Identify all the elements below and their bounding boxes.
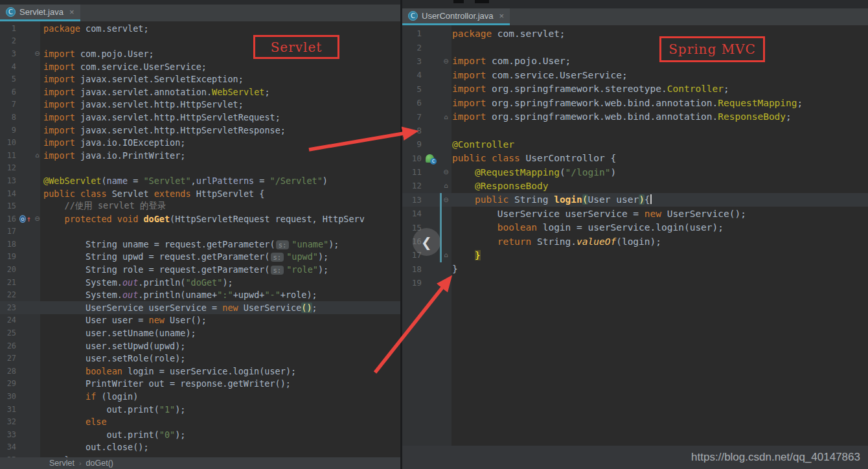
line-number: 31: [0, 405, 19, 414]
token: new: [222, 303, 238, 313]
code-text: System.out.println(uname+":"+upwd+"-"+ro…: [41, 290, 400, 300]
change-marker-bar: [440, 207, 442, 220]
code-line: 26 user.setUpwd(upwd);: [0, 339, 400, 352]
override-method-icon[interactable]: o: [19, 215, 26, 223]
token: login = userService.login(user);: [122, 366, 296, 376]
tab-usercontrollor-java[interactable]: C UserControllor.java ×: [402, 8, 510, 25]
gutter-icons: [426, 154, 440, 163]
tab-close-icon[interactable]: ×: [69, 7, 74, 17]
fold-closed-icon[interactable]: ⌂: [442, 182, 450, 189]
code-line: 10public class UserControllor {: [402, 152, 868, 165]
token: user.setRole(role);: [43, 353, 185, 363]
token: HttpServlet {: [191, 189, 265, 199]
token: UserService userService =: [452, 209, 645, 219]
fold-closed-icon[interactable]: ⌂: [442, 113, 450, 120]
fold-open-icon[interactable]: ⊖: [33, 215, 41, 222]
token: user.setUname(uname);: [43, 328, 196, 338]
change-marker-bar: [31, 225, 33, 238]
code-text: import org.springframework.web.bind.anno…: [450, 111, 868, 122]
change-marker-bar: [440, 220, 442, 234]
change-marker-bar: [31, 238, 33, 251]
line-number: 10: [0, 138, 19, 147]
change-marker-bar: [31, 251, 33, 264]
left-code-editor[interactable]: 1package com.servlet;23⊖import com.pojo.…: [0, 21, 400, 469]
code-text: String uname = request.getParameter(s:"u…: [41, 239, 400, 249]
token: );: [318, 264, 328, 275]
token: User user: [588, 194, 639, 205]
token: com.servlet;: [492, 29, 565, 39]
change-marker-bar: [31, 263, 33, 276]
token: @RequestMapping: [452, 167, 560, 177]
line-number: 18: [402, 264, 426, 274]
token: com.servlet;: [80, 23, 149, 34]
change-marker-bar: [31, 378, 33, 391]
text-caret: [650, 194, 652, 204]
code-line: 25 user.setUname(uname);: [0, 326, 400, 339]
change-marker-bar: [31, 162, 33, 175]
change-marker-bar: [31, 403, 33, 416]
token: System.: [43, 290, 122, 300]
code-text: String upwd = request.getParameter(s:"up…: [41, 251, 400, 262]
image-nav-prev-button[interactable]: ❮: [413, 228, 440, 256]
token: login: [554, 194, 582, 205]
token: "upwd": [286, 251, 318, 262]
code-line: 23 UserService userService = new UserSer…: [0, 301, 400, 314]
line-number: 9: [0, 126, 19, 135]
token: javax.servlet.http.HttpServletRequest;: [75, 112, 280, 122]
token: javax.servlet.ServletException;: [75, 74, 244, 84]
token: org.springframework.web.bind.annotation.: [486, 111, 718, 122]
token: javax.servlet.annotation.: [75, 87, 212, 97]
line-number: 11: [402, 167, 426, 177]
fold-closed-icon[interactable]: ⌂: [33, 152, 41, 159]
tab-close-icon[interactable]: ×: [499, 11, 505, 21]
line-number: 28: [0, 367, 19, 376]
left-editor-pane: C Servlet.java × 1package com.servlet;23…: [0, 0, 400, 469]
token: public: [452, 194, 508, 205]
fold-open-icon[interactable]: ⊖: [442, 58, 450, 65]
code-text: import javax.servlet.ServletException;: [41, 74, 400, 84]
code-text: //使用 servlet 的登录: [41, 200, 400, 212]
token: boolean: [452, 222, 537, 233]
token: User user =: [43, 315, 149, 325]
override-arrow-icon[interactable]: ↑: [27, 215, 31, 223]
change-marker-bar: [31, 86, 33, 98]
right-code-editor[interactable]: 1package com.servlet;23⊖import com.pojo.…: [402, 25, 868, 469]
change-marker-bar: [440, 152, 442, 165]
csdn-watermark: https://blog.csdn.net/qq_40147863: [691, 451, 860, 464]
change-marker-bar: [31, 111, 33, 124]
token: return: [452, 236, 531, 247]
token: .println(uname+: [138, 290, 217, 300]
line-number: 17: [0, 227, 19, 236]
token: (: [582, 194, 588, 205]
change-marker-bar: [31, 174, 33, 187]
token: String: [508, 194, 554, 205]
token: doGet: [143, 214, 170, 224]
change-marker-bar: [31, 73, 33, 86]
line-number: 4: [0, 62, 19, 71]
ide-screenshot: C Servlet.java × 1package com.servlet;23…: [0, 0, 868, 469]
code-text: import java.io.IOException;: [41, 137, 400, 148]
token: upwd: [122, 251, 144, 262]
line-number: 14: [402, 209, 426, 218]
fold-closed-icon[interactable]: ⌂: [442, 251, 450, 258]
fold-open-icon[interactable]: ⊖: [442, 168, 450, 176]
code-line: 8import javax.servlet.http.HttpServletRe…: [0, 111, 400, 124]
line-number: 3: [402, 56, 426, 66]
breadcrumb-class[interactable]: Servlet: [49, 459, 74, 468]
code-line: 20 String role = request.getParameter(s:…: [0, 263, 400, 276]
change-marker-bar: [440, 124, 442, 137]
code-line: 28 boolean login = userService.login(use…: [0, 365, 400, 378]
fold-open-icon[interactable]: ⊖: [442, 196, 450, 203]
fold-open-icon[interactable]: ⊖: [33, 50, 41, 57]
token: =: [254, 176, 269, 186]
spring-bean-icon[interactable]: [426, 154, 434, 163]
token: Servlet: [107, 189, 154, 199]
token: public class: [43, 189, 107, 199]
token: ;: [264, 87, 269, 97]
tab-servlet-java[interactable]: C Servlet.java ×: [0, 5, 80, 21]
token: String role = request.getParameter(: [43, 264, 270, 275]
breadcrumb-method[interactable]: doGet(): [86, 459, 113, 468]
code-line: 9@Controller: [402, 137, 868, 151]
token: "doGet": [185, 277, 222, 288]
change-marker-bar: [31, 326, 33, 339]
